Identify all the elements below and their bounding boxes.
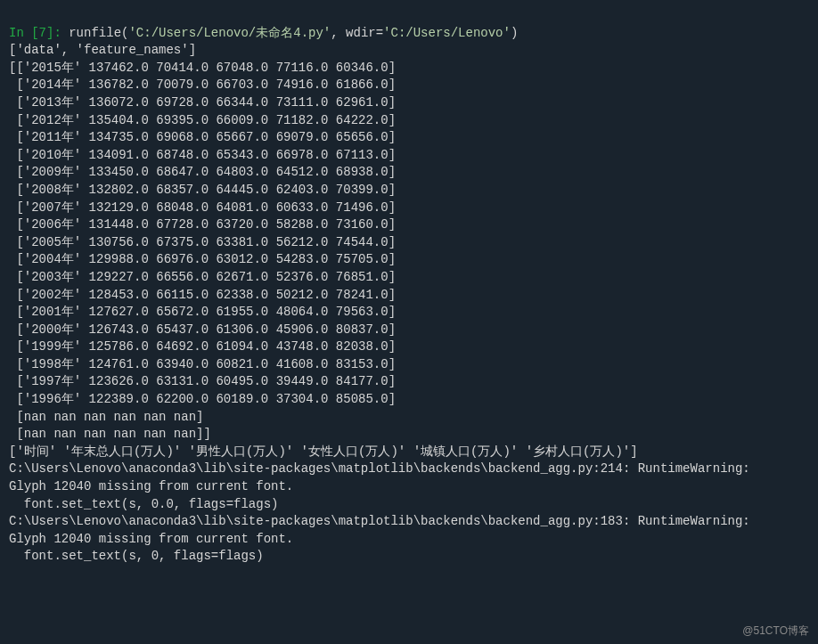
data-row: ['2004年' 129988.0 66976.0 63012.0 54283.… xyxy=(9,252,396,266)
keys-output: ['data', 'feature_names'] xyxy=(9,43,196,57)
prompt-label: In [7]: xyxy=(9,26,61,40)
input-prompt-line: In [7]: runfile('C:/Users/Lenovo/未命名4.py… xyxy=(9,26,518,40)
data-row: ['2012年' 135404.0 69395.0 66009.0 71182.… xyxy=(9,113,396,127)
data-row: ['2006年' 131448.0 67728.0 63720.0 58288.… xyxy=(9,217,396,232)
data-row: ['2001年' 127627.0 65672.0 61955.0 48064.… xyxy=(9,305,396,319)
data-row: [['2015年' 137462.0 70414.0 67048.0 77116… xyxy=(9,61,396,75)
warning-line: C:\Users\Lenovo\anaconda3\lib\site-packa… xyxy=(9,514,750,528)
warning-line: C:\Users\Lenovo\anaconda3\lib\site-packa… xyxy=(9,461,750,476)
data-row: ['1999年' 125786.0 64692.0 61094.0 43748.… xyxy=(9,339,396,354)
data-row: ['2002年' 128453.0 66115.0 62338.0 50212.… xyxy=(9,288,396,302)
data-row: ['1997年' 123626.0 63131.0 60495.0 39449.… xyxy=(9,374,396,388)
data-row: ['2003年' 129227.0 66556.0 62671.0 52376.… xyxy=(9,270,396,284)
feature-names-output: ['时间' '年末总人口(万人)' '男性人口(万人)' '女性人口(万人)' … xyxy=(9,444,638,459)
watermark: @51CTO博客 xyxy=(742,624,809,639)
data-row: ['2008年' 132802.0 68357.0 64445.0 62403.… xyxy=(9,183,396,197)
data-row: ['2014年' 136782.0 70079.0 66703.0 74916.… xyxy=(9,77,396,92)
data-row: ['2005年' 130756.0 67375.0 63381.0 56212.… xyxy=(9,235,396,249)
data-row: ['2000年' 126743.0 65437.0 61306.0 45906.… xyxy=(9,322,396,337)
data-row: ['1998年' 124761.0 63940.0 60821.0 41608.… xyxy=(9,357,396,371)
data-row: ['2011年' 134735.0 69068.0 65667.0 69079.… xyxy=(9,130,396,144)
data-row: ['1996年' 122389.0 62200.0 60189.0 37304.… xyxy=(9,392,396,406)
warning-line: font.set_text(s, 0.0, flags=flags) xyxy=(9,497,278,511)
data-row: ['2009年' 133450.0 68647.0 64803.0 64512.… xyxy=(9,165,396,179)
warning-line: Glyph 12040 missing from current font. xyxy=(9,479,293,493)
runfile-call: runfile('C:/Users/Lenovo/未命名4.py', wdir=… xyxy=(69,26,518,40)
console-output[interactable]: In [7]: runfile('C:/Users/Lenovo/未命名4.py… xyxy=(0,0,818,573)
data-row: [nan nan nan nan nan nan] xyxy=(9,410,203,424)
data-row: ['2007年' 132129.0 68048.0 64081.0 60633.… xyxy=(9,200,396,215)
warning-line: font.set_text(s, 0, flags=flags) xyxy=(9,549,264,563)
data-row: ['2010年' 134091.0 68748.0 65343.0 66978.… xyxy=(9,148,396,162)
warning-line: Glyph 12040 missing from current font. xyxy=(9,532,293,546)
data-row: [nan nan nan nan nan nan]] xyxy=(9,427,211,441)
data-row: ['2013年' 136072.0 69728.0 66344.0 73111.… xyxy=(9,95,396,110)
